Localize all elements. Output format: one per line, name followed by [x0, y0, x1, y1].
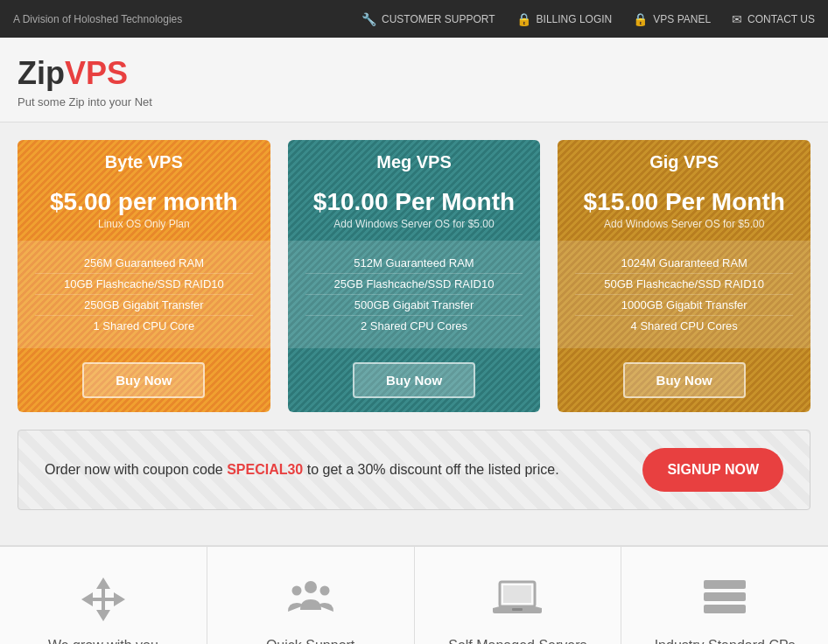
gig-vps-features: 1024M Guaranteed RAM 50GB Flashcache/SSD…: [558, 241, 810, 348]
byte-vps-buy-button[interactable]: Buy Now: [82, 362, 205, 398]
gig-vps-card: Gig VPS $15.00 Per Month Add Windows Ser…: [558, 140, 810, 412]
move-icon: [77, 573, 130, 626]
byte-vps-btn-wrap: Buy Now: [18, 348, 270, 412]
meg-vps-price: $10.00 Per Month: [288, 181, 541, 218]
footer-grow-label: We grow with you: [9, 638, 198, 644]
customer-support-label: CUSTOMER SUPPORT: [382, 13, 495, 25]
feature-item: 256M Guaranteed RAM: [35, 253, 253, 274]
svg-rect-9: [704, 605, 746, 613]
footer-support: Quick Support: [207, 547, 415, 644]
svg-rect-8: [704, 592, 746, 601]
byte-vps-subtitle: Linux OS Only Plan: [18, 218, 270, 241]
coupon-prefix: Order now with coupon code: [45, 462, 227, 477]
coupon-banner: Order now with coupon code SPECIAL30 to …: [18, 430, 810, 510]
svg-rect-5: [503, 585, 531, 603]
svg-rect-7: [704, 580, 746, 589]
list-icon: [698, 573, 751, 626]
svg-marker-0: [81, 578, 125, 621]
gig-vps-price: $15.00 Per Month: [558, 181, 810, 218]
contact-us-label: CONTACT US: [747, 13, 815, 25]
lock-icon-vps: 🔒: [633, 12, 648, 26]
footer-cps-label: Industry Standard CPs: [630, 638, 819, 644]
top-navigation: A Division of Holoshed Technologies 🔧 CU…: [0, 0, 828, 38]
meg-vps-btn-wrap: Buy Now: [288, 348, 541, 412]
byte-vps-title: Byte VPS: [18, 140, 270, 181]
billing-login-label: BILLING LOGIN: [537, 13, 613, 25]
envelope-icon: ✉: [732, 12, 742, 26]
byte-vps-price: $5.00 per month: [18, 181, 270, 218]
lock-icon-billing: 🔒: [516, 12, 531, 26]
division-label: A Division of Holoshed Technologies: [13, 13, 182, 25]
customer-support-link[interactable]: 🔧 CUSTOMER SUPPORT: [361, 12, 495, 26]
logo-tagline: Put some Zip into your Net: [18, 95, 810, 108]
svg-rect-6: [512, 608, 523, 611]
logo: ZipVPS: [18, 55, 810, 92]
main-content: Byte VPS $5.00 per month Linux OS Only P…: [0, 122, 828, 545]
coupon-suffix: to get a 30% discount off the listed pri…: [303, 462, 558, 477]
feature-item: 1024M Guaranteed RAM: [575, 253, 793, 274]
logo-zip: Zip: [18, 55, 65, 92]
meg-vps-buy-button[interactable]: Buy Now: [353, 362, 475, 398]
footer-support-label: Quick Support: [216, 638, 405, 644]
footer-features: We grow with you Quick Support Self Mana…: [0, 545, 828, 644]
meg-vps-features: 512M Guaranteed RAM 25GB Flashcache/SSD …: [288, 241, 541, 348]
meg-vps-card: Meg VPS $10.00 Per Month Add Windows Ser…: [288, 140, 541, 412]
contact-us-link[interactable]: ✉ CONTACT US: [732, 12, 815, 26]
wrench-icon: 🔧: [361, 12, 376, 26]
billing-login-link[interactable]: 🔒 BILLING LOGIN: [516, 12, 613, 26]
vps-panel-link[interactable]: 🔒 VPS PANEL: [633, 12, 711, 26]
byte-vps-features: 256M Guaranteed RAM 10GB Flashcache/SSD …: [18, 241, 270, 348]
site-header: ZipVPS Put some Zip into your Net: [0, 38, 828, 122]
byte-vps-card: Byte VPS $5.00 per month Linux OS Only P…: [18, 140, 270, 412]
meg-vps-title: Meg VPS: [288, 140, 541, 181]
pricing-cards: Byte VPS $5.00 per month Linux OS Only P…: [18, 140, 810, 412]
feature-item: 512M Guaranteed RAM: [305, 253, 523, 274]
coupon-code: SPECIAL30: [227, 462, 303, 477]
meg-vps-subtitle: Add Windows Server OS for $5.00: [288, 218, 541, 241]
feature-item: 4 Shared CPU Cores: [575, 316, 793, 336]
footer-cps: Industry Standard CPs: [621, 547, 828, 644]
feature-item: 500GB Gigabit Transfer: [305, 295, 523, 316]
feature-item: 1000GB Gigabit Transfer: [575, 295, 793, 316]
people-icon: [284, 573, 337, 626]
feature-item: 2 Shared CPU Cores: [305, 316, 523, 336]
footer-grow: We grow with you: [0, 547, 207, 644]
feature-item: 10GB Flashcache/SSD RAID10: [35, 274, 253, 295]
logo-vps: VPS: [65, 55, 128, 92]
signup-button[interactable]: SIGNUP NOW: [642, 448, 783, 492]
feature-item: 250GB Gigabit Transfer: [35, 295, 253, 316]
feature-item: 50GB Flashcache/SSD RAID10: [575, 274, 793, 295]
footer-servers: Self Managed Servers: [415, 547, 622, 644]
svg-point-2: [291, 586, 301, 596]
gig-vps-subtitle: Add Windows Server OS for $5.00: [558, 218, 810, 241]
coupon-text: Order now with coupon code SPECIAL30 to …: [45, 462, 559, 478]
gig-vps-title: Gig VPS: [558, 140, 810, 181]
svg-point-1: [305, 581, 317, 593]
nav-links: 🔧 CUSTOMER SUPPORT 🔒 BILLING LOGIN 🔒 VPS…: [361, 12, 815, 26]
vps-panel-label: VPS PANEL: [653, 13, 711, 25]
footer-servers-label: Self Managed Servers: [424, 638, 613, 644]
svg-point-3: [319, 586, 329, 596]
feature-item: 25GB Flashcache/SSD RAID10: [305, 274, 523, 295]
gig-vps-btn-wrap: Buy Now: [558, 348, 810, 412]
laptop-icon: [491, 573, 544, 626]
gig-vps-buy-button[interactable]: Buy Now: [623, 362, 746, 398]
feature-item: 1 Shared CPU Core: [35, 316, 253, 336]
